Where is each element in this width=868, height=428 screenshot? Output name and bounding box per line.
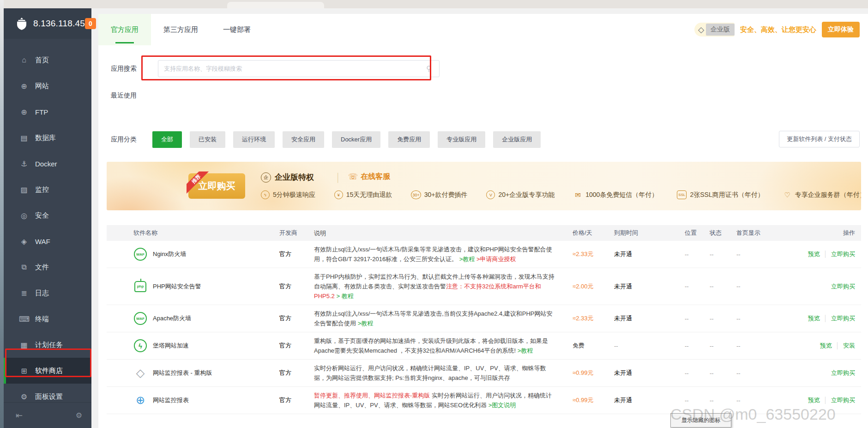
app-home-display: --	[736, 342, 796, 349]
category-button-4[interactable]: 安全应用	[283, 131, 324, 148]
action-separator: │	[824, 397, 827, 404]
app-home-display: --	[736, 370, 796, 377]
tab-2[interactable]: 第三方应用	[151, 14, 211, 45]
category-button-7[interactable]: 专业版应用	[438, 131, 485, 148]
category-button-8[interactable]: 企业版应用	[493, 131, 541, 148]
action-separator: │	[824, 315, 827, 322]
app-status: --	[710, 315, 736, 322]
desktop-top-strip	[0, 0, 868, 8]
table-header: 软件名称开发商说明价格/天到期时间位置状态首页显示操作	[107, 225, 861, 241]
app-developer: 官方	[279, 396, 314, 404]
action-separator: │	[824, 251, 827, 257]
sidebar-item-sites[interactable]: ⊕网站	[4, 73, 91, 99]
feature-icon: ✉	[573, 190, 582, 199]
search-input[interactable]	[158, 61, 439, 77]
try-now-button[interactable]: 立即体验	[822, 22, 860, 37]
action-buy-link[interactable]: 立即购买	[831, 283, 855, 290]
collapse-sidebar-icon[interactable]: ⇤	[16, 410, 23, 421]
sidebar-settings-icon[interactable]: ⚙	[76, 411, 82, 420]
app-name-cell: phpPHP网站安全告警	[107, 280, 279, 293]
sidebar-item-logs[interactable]: ≣日志	[4, 280, 91, 306]
sidebar-item-softstore[interactable]: ⊞软件商店	[4, 358, 91, 384]
category-button-3[interactable]: 运行环境	[233, 131, 275, 148]
sidebar-item-cron[interactable]: ▦计划任务	[4, 332, 91, 358]
column-header-home: 首页显示	[736, 229, 796, 237]
action-preview-link[interactable]: 预览	[808, 315, 820, 322]
feature-icon: V	[486, 190, 495, 199]
action-buy-link[interactable]: 立即购买	[831, 315, 855, 322]
waf-glyph: WAF	[134, 248, 147, 261]
desktop-left-strip	[0, 0, 4, 428]
app-name-cell: ⊕网站监控报表	[107, 393, 279, 407]
terminal-icon: ⌨	[19, 315, 29, 324]
desc-link[interactable]: >教程	[518, 347, 533, 354]
app-price: 免费	[573, 342, 614, 350]
action-preview-link[interactable]: 预览	[808, 397, 820, 404]
banner-feature: ♡专享企业服务群（年付）	[783, 190, 861, 199]
baota-shield-icon	[15, 17, 29, 31]
cron-icon: ▦	[19, 341, 29, 349]
buy-now-button[interactable]: 立即购买 推荐	[188, 173, 245, 199]
app-status: --	[710, 397, 736, 404]
action-buy-link[interactable]: 立即购买	[831, 369, 855, 376]
sidebar-item-monitor[interactable]: ▨监控	[4, 177, 91, 202]
tab-1[interactable]: 官方应用	[98, 14, 151, 45]
category-button-1[interactable]: 全部	[152, 131, 182, 148]
monitor-icon: ▨	[19, 185, 29, 194]
app-price: ≈2.33元	[573, 314, 614, 323]
sidebar-item-docker[interactable]: ⚓Docker	[4, 151, 91, 177]
app-icon-php: php	[133, 280, 147, 293]
sidebar-item-label: 数据库	[35, 134, 56, 142]
desc-link[interactable]: > 教程	[335, 293, 354, 300]
sidebar-item-terminal[interactable]: ⌨终端	[4, 306, 91, 332]
ftp-icon: ⊕	[19, 108, 29, 116]
sidebar-item-label: 日志	[35, 289, 49, 298]
update-software-list-button[interactable]: 更新软件列表 / 支付状态	[779, 131, 860, 147]
server-ip: 8.136.118.45	[33, 18, 85, 29]
app-search-row: 应用搜索 ⚲	[111, 60, 440, 77]
sidebar-item-security[interactable]: ◎安全	[4, 202, 91, 228]
feature-icon: ♡	[783, 190, 792, 199]
desc-link[interactable]: >教程	[358, 320, 374, 327]
sidebar-item-files[interactable]: ⧉文件	[4, 254, 91, 280]
action-buy-link[interactable]: 立即购买	[831, 251, 855, 257]
action-preview-link[interactable]: 预览	[820, 342, 832, 349]
action-preview-link[interactable]: 预览	[808, 251, 820, 257]
browser-tab-ghost	[227, 2, 324, 8]
sidebar-item-label: 终端	[35, 315, 49, 324]
banner-feature: ϟ5分钟极速响应	[261, 190, 315, 199]
search-icon[interactable]: ⚲	[426, 64, 434, 73]
feature-label: 5分钟极速响应	[273, 191, 315, 199]
category-button-2[interactable]: 已安装	[190, 131, 225, 148]
sidebar-item-database[interactable]: ▤数据库	[4, 125, 91, 151]
app-price: ≈2.33元	[573, 250, 614, 258]
message-count-badge[interactable]: 0	[85, 18, 96, 29]
desc-link[interactable]: >申请商业授权	[475, 256, 516, 263]
sidebar-item-home[interactable]: ⌂首页	[4, 47, 91, 73]
app-description: 有效防止sql注入/xss/一句话木马/防采集等常见渗透攻击，建议和PHP网站安…	[314, 241, 573, 268]
desc-link[interactable]: >教程	[458, 256, 475, 263]
category-button-6[interactable]: 免费应用	[388, 131, 430, 148]
phone-icon: ☏	[348, 172, 358, 182]
feature-label: 15天无理由退款	[346, 191, 392, 199]
category-button-5[interactable]: Docker应用	[332, 131, 380, 148]
sidebar-item-waf[interactable]: ◈WAF	[4, 228, 91, 254]
software-table: 软件名称开发商说明价格/天到期时间位置状态首页显示操作 WAFNginx防火墙官…	[107, 225, 861, 428]
tab-3[interactable]: 一键部署	[211, 14, 263, 45]
table-row: phpPHP网站安全告警官方基于PHP内核防护，实时监控木马行为、默认拦截文件上…	[107, 268, 861, 305]
feature-label: 30+款付费插件	[424, 191, 468, 199]
action-install-link[interactable]: 安装	[843, 342, 855, 349]
sidebar-item-label: WAF	[35, 238, 50, 245]
action-buy-link[interactable]: 立即购买	[831, 397, 855, 404]
table-row: ⊕网站监控报表官方暂停更新、推荐使用、网站监控报表-重构版 实时分析网站运行、用…	[107, 387, 861, 414]
sidebar-item-ftp[interactable]: ⊕FTP	[4, 99, 91, 125]
security-icon: ◎	[19, 211, 29, 220]
table-body: WAFNginx防火墙官方有效防止sql注入/xss/一句话木马/防采集等常见渗…	[107, 241, 861, 414]
online-support-link[interactable]: ☏ 在线客服	[348, 172, 390, 182]
desc-link[interactable]: >图文说明	[488, 402, 516, 409]
category-label: 应用分类	[111, 135, 144, 144]
docker-icon: ⚓	[19, 159, 29, 168]
panel-logo-row[interactable]: 8.136.118.45 0	[4, 8, 91, 39]
app-description: 暂停更新、推荐使用、网站监控报表-重构版 实时分析网站运行、用户访问状况，精确统…	[314, 387, 573, 414]
column-header-loc: 位置	[685, 229, 710, 237]
